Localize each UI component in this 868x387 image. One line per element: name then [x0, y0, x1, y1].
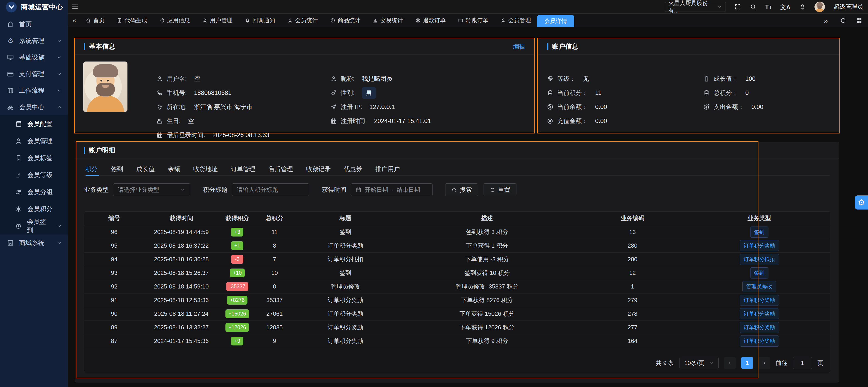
- detail-tab-推广用户[interactable]: 推广用户: [369, 162, 406, 175]
- tab-首页[interactable]: 首页: [80, 13, 111, 27]
- calendar-icon: [156, 132, 163, 139]
- detail-tab-余额[interactable]: 余额: [161, 162, 187, 175]
- next-page-button[interactable]: [758, 357, 770, 369]
- prev-page-button[interactable]: [724, 357, 736, 369]
- business-type-link[interactable]: 管理员修改: [742, 281, 776, 292]
- sidebar-item-会员等级[interactable]: 会员等级: [0, 167, 68, 183]
- basic-info-body: 用户名:空手机号:18806810581所在地:浙江省 嘉兴市 海宁市生日:空最…: [75, 55, 534, 132]
- row-title: 订单积分抵扣: [293, 252, 398, 266]
- field-label: 当前积分：: [557, 89, 588, 97]
- info-field: 昵称:我是噶团员: [330, 72, 431, 86]
- field-value: 0: [745, 89, 749, 96]
- calendar-icon: [355, 187, 362, 193]
- search-icon[interactable]: [750, 3, 757, 10]
- sidebar-item-首页[interactable]: 首页: [0, 16, 68, 32]
- tab-会员管理[interactable]: 会员管理: [494, 13, 537, 27]
- sidebar-item-支付管理[interactable]: 支付管理: [0, 66, 68, 82]
- row-id: 96: [84, 225, 144, 239]
- sidebar-item-会员配置[interactable]: 会员配置: [0, 115, 68, 132]
- company-select[interactable]: 火星人厨具股份有...: [665, 2, 726, 12]
- tabs-scroll-right-icon[interactable]: »: [824, 17, 831, 24]
- grid-icon[interactable]: [856, 17, 863, 24]
- tab-商品统计[interactable]: 商品统计: [324, 13, 367, 27]
- detail-tab-成长值[interactable]: 成长值: [130, 162, 161, 175]
- edit-button[interactable]: 编辑: [513, 42, 525, 51]
- date-range-picker[interactable]: 开始日期 - 结束日期: [351, 183, 433, 196]
- tabbar-actions: »: [824, 17, 868, 24]
- detail-tab-积分[interactable]: 积分: [84, 162, 104, 175]
- translate-icon[interactable]: 文A: [780, 3, 790, 10]
- field-value: 0.00: [595, 118, 607, 125]
- sidebar-item-会员分组[interactable]: 会员分组: [0, 183, 68, 201]
- doc-icon: [117, 18, 122, 23]
- detail-tab-收藏记录[interactable]: 收藏记录: [300, 162, 337, 175]
- points-title-input[interactable]: [237, 186, 304, 194]
- row-time: 2024-01-17 15:45:36: [144, 334, 219, 348]
- reset-button[interactable]: 重置: [484, 183, 517, 196]
- user-avatar[interactable]: [814, 2, 825, 12]
- business-type-select[interactable]: 请选择业务类型: [113, 183, 190, 196]
- detail-tab-签到[interactable]: 签到: [104, 162, 130, 175]
- sidebar-item-商城系统[interactable]: 商城系统: [0, 235, 68, 251]
- business-type-link[interactable]: 订单积分奖励: [740, 335, 779, 347]
- refresh-icon[interactable]: [840, 17, 847, 24]
- tab-转账订单[interactable]: 转账订单: [452, 13, 494, 27]
- bell-icon[interactable]: [799, 3, 806, 10]
- sidebar-item-工作流程[interactable]: 工作流程: [0, 82, 68, 99]
- sidebar-item-会员标签[interactable]: 会员标签: [0, 149, 68, 167]
- detail-tab-收货地址[interactable]: 收货地址: [187, 162, 224, 175]
- filter-points-title: 积分标题: [203, 183, 309, 196]
- business-type-link[interactable]: 订单积分奖励: [740, 295, 779, 306]
- tab-退款订单[interactable]: 退款订单: [409, 13, 452, 27]
- row-total: 0: [256, 280, 293, 293]
- tab-应用信息[interactable]: 应用信息: [153, 13, 196, 27]
- tab-交易统计[interactable]: 交易统计: [367, 13, 409, 27]
- tab-会员统计[interactable]: 会员统计: [281, 13, 324, 27]
- account-info-header: 账户信息: [538, 38, 839, 55]
- search-button[interactable]: 搜索: [445, 183, 478, 196]
- sidebar-item-基础设施[interactable]: 基础设施: [0, 49, 68, 66]
- goto-page-input[interactable]: [793, 357, 812, 369]
- row-time: 2025-08-18 12:53:36: [144, 293, 219, 307]
- sidebar-item-系统管理[interactable]: ⚙系统管理: [0, 32, 68, 49]
- tab-回调通知[interactable]: 回调通知: [239, 13, 281, 27]
- page-size-select[interactable]: 10条/页: [680, 357, 718, 369]
- tab-用户管理[interactable]: 用户管理: [196, 13, 239, 27]
- detail-tab-优惠券[interactable]: 优惠券: [337, 162, 369, 175]
- menu-toggle-icon[interactable]: [71, 3, 79, 11]
- detail-tab-售后管理[interactable]: 售后管理: [262, 162, 300, 175]
- row-type-cell: 签到: [688, 225, 830, 239]
- monitor-icon: [7, 54, 14, 61]
- field-label: 充值金额：: [557, 117, 588, 125]
- business-type-link[interactable]: 订单积分奖励: [740, 308, 779, 319]
- current-page[interactable]: 1: [741, 357, 753, 369]
- sidebar-item-会员积分[interactable]: 会员积分: [0, 201, 68, 217]
- row-desc: 下单获得 9 积分: [398, 334, 577, 348]
- sidebar-item-会员中心[interactable]: 会员中心: [0, 99, 68, 115]
- row-points-cell: +10: [219, 266, 256, 280]
- tabs-scroll-left-icon[interactable]: «: [69, 17, 80, 24]
- detail-tab-订单管理[interactable]: 订单管理: [224, 162, 262, 175]
- tab-label: 用户管理: [210, 17, 232, 24]
- row-points-cell: -35337: [219, 280, 256, 293]
- fullscreen-icon[interactable]: [735, 3, 741, 10]
- tab-会员详情[interactable]: 会员详情: [537, 15, 574, 27]
- row-type-cell: 签到: [688, 266, 830, 280]
- business-type-link[interactable]: 签到: [750, 227, 769, 238]
- app-logo-row[interactable]: 商城运营中心: [0, 0, 68, 14]
- sidebar-item-会员管理[interactable]: 会员管理: [0, 132, 68, 149]
- sidebar-item-会员签到[interactable]: 会员签到: [0, 217, 68, 235]
- business-type-link[interactable]: 订单积分奖励: [740, 322, 779, 333]
- font-size-icon[interactable]: Tᴛ: [765, 3, 772, 10]
- row-code: 279: [577, 293, 688, 307]
- business-type-link[interactable]: 订单积分奖励: [740, 240, 779, 251]
- settings-drawer-button[interactable]: ⚙: [855, 196, 868, 209]
- info-field: 当前积分：11: [547, 86, 607, 100]
- user-name[interactable]: 超级管理员: [834, 3, 863, 11]
- field-value: 0.00: [751, 103, 764, 111]
- tab-代码生成[interactable]: 代码生成: [111, 13, 153, 27]
- business-type-link[interactable]: 订单积分抵扣: [740, 254, 779, 265]
- business-type-link[interactable]: 签到: [750, 267, 769, 278]
- row-desc: 下单获得 12026 积分: [398, 321, 577, 334]
- row-code: 278: [577, 307, 688, 321]
